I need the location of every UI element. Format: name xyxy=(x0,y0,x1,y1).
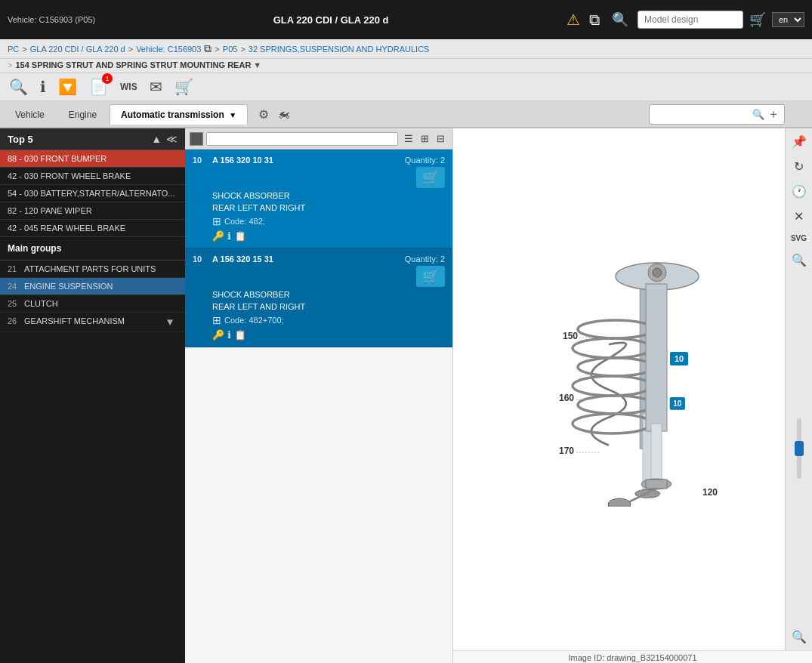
zoom-out-button[interactable]: 🔍 xyxy=(789,627,810,647)
info-toolbar-button[interactable]: ℹ xyxy=(39,76,48,97)
tab-vehicle[interactable]: Vehicle xyxy=(4,104,56,125)
part-0-icons: 🔑 ℹ 📋 xyxy=(212,230,445,242)
main-group-item-1[interactable]: 24 ENGINE SUSPENSION xyxy=(0,278,185,295)
parts-view-buttons: ☰ ⊞ ⊟ xyxy=(401,131,448,146)
breadcrumb-dropdown-icon[interactable]: ▼ xyxy=(253,60,261,69)
part-item-1-row1: 10 A 156 320 15 31 Quantity: 2 🛒 xyxy=(193,254,445,287)
tab-icons: ⚙ 🏍 xyxy=(257,106,292,123)
svg-rect-20 xyxy=(651,424,662,484)
main-groups-header: Main groups xyxy=(0,237,185,261)
parts-color-block xyxy=(190,132,203,146)
image-panel: 150 160 170 10 120 xyxy=(453,128,812,663)
history-button[interactable]: 🕐 xyxy=(789,181,810,202)
top5-item-2[interactable]: 54 - 030 BATTERY,STARTER/ALTERNATO... xyxy=(0,185,185,202)
parts-grid-view-button[interactable]: ⊞ xyxy=(418,131,432,146)
tab-search-button[interactable]: 🔍 xyxy=(752,109,764,120)
svg-export-button[interactable]: SVG xyxy=(788,231,810,245)
diagram-area: 150 160 170 10 120 xyxy=(453,128,812,650)
part-1-grid-icon: ⊞ xyxy=(212,314,221,326)
svg-point-17 xyxy=(578,396,653,414)
tab-extra-icon1[interactable]: ⚙ xyxy=(257,106,270,123)
parts-toolbar: ☰ ⊞ ⊟ xyxy=(185,128,452,150)
breadcrumb-p05[interactable]: P05 xyxy=(223,45,238,54)
filter-icon: 🔽 xyxy=(58,78,77,96)
vehicle-copy-icon[interactable]: ⧉ xyxy=(204,42,211,55)
wis-toolbar-button[interactable]: WIS xyxy=(119,80,139,94)
cart-button[interactable]: 🛒 xyxy=(749,11,766,28)
svg-line-23 xyxy=(627,489,656,503)
svg-rect-19 xyxy=(646,284,667,431)
part-1-info-btn[interactable]: 🔑 xyxy=(212,329,224,341)
breadcrumb-bar: PC > GLA 220 CDI / GLA 220 d > Vehicle: … xyxy=(0,39,812,59)
tab-search-area: 🔍 ＋ xyxy=(649,104,785,125)
model-design-search[interactable] xyxy=(638,11,743,29)
part-1-desc1: SHOCK ABSORBER xyxy=(212,290,445,299)
breadcrumb-active: 154 SPRING STRUT AND SPRING STRUT MOUNTI… xyxy=(15,60,261,69)
top5-item-0[interactable]: 88 - 030 FRONT BUMPER xyxy=(0,150,185,168)
tab-search-input[interactable] xyxy=(654,109,752,119)
breadcrumb-vehicle[interactable]: Vehicle: C156903 xyxy=(136,45,201,54)
top5-collapse-button[interactable]: ▲ xyxy=(151,133,162,145)
parts-diagram: 10 150 160 170 120 xyxy=(495,250,752,507)
pin-button[interactable]: 📌 xyxy=(789,131,810,152)
part-0-doc-btn[interactable]: 📋 xyxy=(234,230,246,242)
part-0-desc2: REAR LEFT AND RIGHT xyxy=(212,203,445,212)
parts-list-view-button[interactable]: ☰ xyxy=(401,131,416,146)
close-panel-button[interactable]: ✕ xyxy=(791,206,807,227)
main-group-item-2[interactable]: 25 CLUTCH xyxy=(0,295,185,313)
parts-expand-button[interactable]: ⊟ xyxy=(434,131,448,146)
main-group-scroll-arrow[interactable]: ▼ xyxy=(162,316,178,328)
breadcrumb-springs[interactable]: 32 SPRINGS,SUSPENSION AND HYDRAULICS xyxy=(249,45,430,54)
diagram-container: 10 150 160 170 120 xyxy=(461,128,785,628)
tab-add-button[interactable]: ＋ xyxy=(767,106,780,122)
top5-item-4[interactable]: 42 - 045 REAR WHEEL BRAKE xyxy=(0,220,185,237)
search-icon-button[interactable]: 🔍 xyxy=(609,8,631,31)
warning-icon: ⚠ xyxy=(567,11,580,29)
part-0-info-btn[interactable]: 🔑 xyxy=(212,230,224,242)
svg-text:160: 160 xyxy=(559,393,574,403)
top5-expand-button[interactable]: ≪ xyxy=(166,133,178,145)
cart-toolbar-button[interactable]: 🛒 xyxy=(173,76,195,97)
top5-header: Top 5 ▲ ≪ xyxy=(0,128,185,150)
parts-search-input[interactable] xyxy=(206,132,398,146)
part-1-details-btn[interactable]: ℹ xyxy=(227,329,231,341)
tab-engine[interactable]: Engine xyxy=(57,104,108,125)
svg-text:170: 170 xyxy=(559,446,574,456)
model-title: GLA 220 CDI / GLA 220 d xyxy=(273,14,389,26)
zoom-toolbar-button[interactable]: 🔍 xyxy=(8,76,29,97)
zoom-in-button[interactable]: 🔍 xyxy=(789,250,810,270)
top5-item-3[interactable]: 82 - 120 PANE WIPER xyxy=(0,202,185,220)
mail-icon: ✉ xyxy=(150,78,162,96)
part-1-doc-btn[interactable]: 📋 xyxy=(234,329,246,341)
main-group-item-3[interactable]: 26 GEARSHIFT MECHANISM ▼ xyxy=(0,313,185,332)
svg-point-14 xyxy=(573,338,651,358)
doc-badge: 1 xyxy=(102,73,113,84)
tab-automatic-transmission[interactable]: Automatic transmission ▼ xyxy=(110,104,248,125)
tab-extra-icon2[interactable]: 🏍 xyxy=(276,106,292,122)
image-id-bar: Image ID: drawing_B32154000071 xyxy=(453,650,812,663)
parts-panel: ☰ ⊞ ⊟ 10 A 156 320 10 31 Quantity: 2 🛒 xyxy=(185,128,453,663)
part-0-code-info: ⊞ Code: 482; xyxy=(212,215,445,227)
svg-point-15 xyxy=(578,358,653,376)
part-item-1: 10 A 156 320 15 31 Quantity: 2 🛒 SHOCK A… xyxy=(185,248,452,347)
left-panel: Top 5 ▲ ≪ 88 - 030 FRONT BUMPER 42 - 030… xyxy=(0,128,185,663)
part-1-cart-button[interactable]: 🛒 xyxy=(416,266,445,287)
breadcrumb-pc[interactable]: PC xyxy=(8,45,19,54)
svg-text:120: 120 xyxy=(702,487,718,498)
copy-button[interactable]: ⧉ xyxy=(586,8,603,32)
svg-point-24 xyxy=(608,498,631,507)
language-select[interactable]: en de xyxy=(772,12,804,27)
mail-toolbar-button[interactable]: ✉ xyxy=(148,76,164,97)
info-icon: ℹ xyxy=(40,78,46,96)
zoom-slider xyxy=(797,275,801,622)
breadcrumb-model[interactable]: GLA 220 CDI / GLA 220 d xyxy=(30,45,125,54)
part-0-details-btn[interactable]: ℹ xyxy=(227,230,231,242)
filter-toolbar-button[interactable]: 🔽 xyxy=(57,76,79,97)
slider-thumb[interactable] xyxy=(795,441,804,456)
rotate-button[interactable]: ↻ xyxy=(791,156,807,177)
top5-item-1[interactable]: 42 - 030 FRONT WHEEL BRAKE xyxy=(0,168,185,185)
main-group-item-0[interactable]: 21 ATTACHMENT PARTS FOR UNITS xyxy=(0,261,185,278)
doc-toolbar-button[interactable]: 📄 1 xyxy=(88,76,110,97)
main-content: Top 5 ▲ ≪ 88 - 030 FRONT BUMPER 42 - 030… xyxy=(0,128,812,663)
part-0-cart-button[interactable]: 🛒 xyxy=(416,167,445,188)
